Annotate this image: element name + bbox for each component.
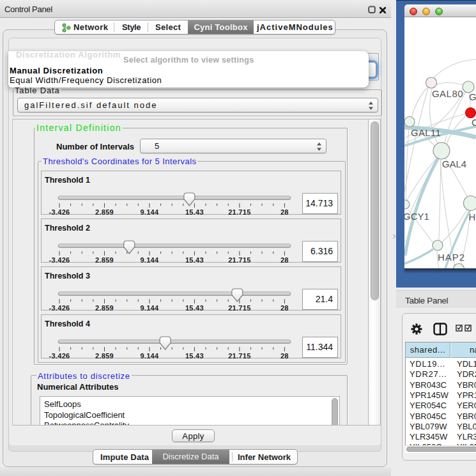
svg-text:-3.426: -3.426	[49, 352, 70, 360]
svg-text:GA: GA	[469, 91, 476, 102]
svg-text:9.144: 9.144	[140, 208, 159, 216]
svg-text:9.144: 9.144	[140, 304, 159, 312]
svg-text:C: C	[472, 117, 476, 128]
svg-text:-3.426: -3.426	[49, 256, 70, 264]
svg-text:21.715: 21.715	[228, 256, 250, 264]
svg-text:15.43: 15.43	[185, 352, 204, 360]
svg-text:28: 28	[280, 304, 289, 312]
svg-text:H: H	[469, 211, 476, 222]
svg-text:9.144: 9.144	[140, 256, 159, 264]
svg-text:28: 28	[280, 256, 289, 264]
svg-text:21.715: 21.715	[228, 304, 250, 312]
svg-text:9.144: 9.144	[140, 352, 159, 360]
svg-text:2.859: 2.859	[95, 208, 114, 216]
svg-text:GCY1: GCY1	[404, 211, 429, 222]
svg-text:-3.426: -3.426	[49, 208, 70, 216]
svg-text:15.43: 15.43	[185, 304, 204, 312]
svg-text:21.715: 21.715	[228, 352, 250, 360]
svg-text:HAP2: HAP2	[438, 252, 465, 263]
svg-text:15.43: 15.43	[185, 208, 204, 216]
svg-text:-3.426: -3.426	[49, 304, 70, 312]
svg-text:GAL11: GAL11	[411, 127, 441, 138]
svg-text:28: 28	[280, 352, 289, 360]
svg-text:21.715: 21.715	[228, 208, 250, 216]
svg-text:2.859: 2.859	[95, 256, 114, 264]
svg-text:28: 28	[280, 208, 289, 216]
svg-text:GAL4: GAL4	[442, 158, 466, 169]
svg-text:2.859: 2.859	[95, 352, 114, 360]
svg-text:15.43: 15.43	[185, 256, 204, 264]
svg-text:2.859: 2.859	[95, 304, 114, 312]
svg-text:GAL80: GAL80	[432, 88, 463, 99]
